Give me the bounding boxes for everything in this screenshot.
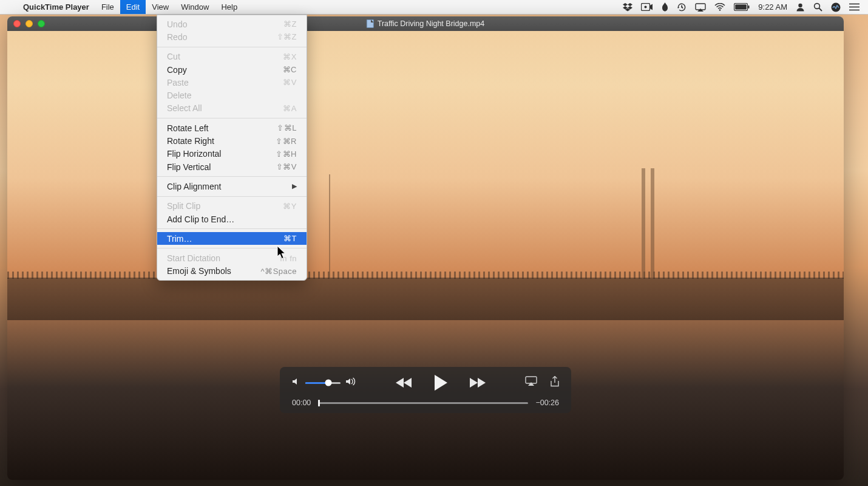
menu-item-shortcut: ⌘A <box>283 104 297 113</box>
svg-rect-6 <box>748 5 749 9</box>
volume-low-icon[interactable] <box>292 377 300 388</box>
menu-item-shortcut: fn fn <box>280 254 297 263</box>
menu-item-shortcut: ⌘Z <box>283 19 297 29</box>
quicktime-window: Traffic Driving Night Bridge.mp4 <box>7 16 844 480</box>
menu-item-shortcut: ⇧⌘L <box>277 123 297 132</box>
play-button[interactable] <box>433 374 448 391</box>
svg-point-3 <box>719 9 721 11</box>
menu-item-shortcut: ^⌘Space <box>261 267 297 276</box>
battery-icon[interactable] <box>734 3 750 11</box>
minimize-button[interactable] <box>25 20 33 27</box>
menu-item-paste: Paste⌘V <box>157 76 307 89</box>
menu-view[interactable]: View <box>146 0 175 14</box>
rewind-button[interactable] <box>396 377 413 389</box>
menu-item-shortcut: ⇧⌘V <box>276 162 297 171</box>
svg-line-9 <box>819 9 822 12</box>
menu-separator <box>157 228 307 229</box>
menu-item-split-clip: Split Clip⌘Y <box>157 200 307 213</box>
menu-item-label: Split Clip <box>167 201 200 211</box>
fast-forward-button[interactable] <box>469 377 486 389</box>
menu-item-rotate-right[interactable]: Rotate Right⇧⌘R <box>157 134 307 147</box>
siri-icon[interactable] <box>831 2 841 12</box>
menu-item-start-dictation: Start Dictationfn fn <box>157 252 307 264</box>
user-icon[interactable] <box>796 2 805 12</box>
menu-item-clip-alignment[interactable]: Clip Alignment▶ <box>157 180 307 193</box>
video-content <box>651 168 654 278</box>
menu-separator <box>157 248 307 248</box>
menu-item-label: Flip Horizontal <box>167 149 221 159</box>
menu-item-select-all: Select All⌘A <box>157 102 307 115</box>
titlebar[interactable]: Traffic Driving Night Bridge.mp4 <box>7 16 844 31</box>
time-remaining: −00:26 <box>535 399 559 407</box>
menu-item-label: Copy <box>167 65 187 75</box>
menu-item-add-clip-to-end[interactable]: Add Clip to End… <box>157 213 307 225</box>
menu-window[interactable]: Window <box>175 0 215 14</box>
menubar-clock[interactable]: 9:22 AM <box>758 2 787 12</box>
menu-file[interactable]: File <box>95 0 120 14</box>
video-content <box>7 278 844 320</box>
backblaze-icon[interactable] <box>662 2 668 12</box>
edit-menu-dropdown: Undo⌘ZRedo⇧⌘ZCut⌘XCopy⌘CPaste⌘VDeleteSel… <box>157 15 307 281</box>
menu-item-label: Delete <box>167 91 191 100</box>
camera-icon[interactable] <box>641 3 653 11</box>
menu-item-shortcut: ⇧⌘Z <box>277 32 297 41</box>
timemachine-icon[interactable] <box>677 2 687 12</box>
close-button[interactable] <box>13 20 21 27</box>
menu-separator <box>157 196 307 197</box>
menu-item-label: Undo <box>167 19 187 29</box>
window-controls <box>7 20 45 27</box>
menu-edit[interactable]: Edit <box>120 0 146 14</box>
timeline-scrubber[interactable] <box>318 402 528 404</box>
airplay-icon[interactable] <box>695 3 706 12</box>
menu-item-label: Rotate Left <box>167 123 209 133</box>
window-title-text: Traffic Driving Night Bridge.mp4 <box>378 19 484 28</box>
video-content <box>642 168 645 278</box>
menu-item-label: Select All <box>167 103 202 113</box>
menu-item-label: Rotate Right <box>167 136 214 146</box>
menu-separator <box>157 176 307 177</box>
zoom-button[interactable] <box>38 20 45 27</box>
menu-item-label: Paste <box>167 78 189 87</box>
notification-center-icon[interactable] <box>849 3 860 11</box>
menu-item-label: Add Clip to End… <box>167 214 234 224</box>
share-button[interactable] <box>551 376 559 389</box>
menu-item-shortcut: ⌘X <box>283 52 297 61</box>
video-content <box>329 174 330 278</box>
menu-item-copy[interactable]: Copy⌘C <box>157 63 307 76</box>
svg-point-1 <box>645 6 647 9</box>
menu-item-label: Clip Alignment <box>167 182 222 191</box>
menu-item-label: Redo <box>167 32 187 42</box>
menu-item-trim[interactable]: Trim…⌘T <box>157 232 307 245</box>
menu-item-label: Trim… <box>167 234 192 244</box>
macos-menubar: QuickTime Player File Edit View Window H… <box>0 0 868 15</box>
app-name[interactable]: QuickTime Player <box>17 2 95 12</box>
menu-item-emoji-symbols[interactable]: Emoji & Symbols^⌘Space <box>157 265 307 278</box>
menu-item-shortcut: ⇧⌘R <box>276 137 297 146</box>
menu-item-rotate-left[interactable]: Rotate Left⇧⌘L <box>157 122 307 134</box>
menu-item-label: Cut <box>167 52 180 61</box>
dropbox-icon[interactable] <box>623 3 632 12</box>
menu-item-flip-vertical[interactable]: Flip Vertical⇧⌘V <box>157 160 307 173</box>
submenu-arrow-icon: ▶ <box>292 182 297 190</box>
svg-point-7 <box>798 4 802 7</box>
menu-item-shortcut: ⇧⌘H <box>276 149 297 159</box>
window-title: Traffic Driving Night Bridge.mp4 <box>367 19 484 28</box>
document-icon <box>367 19 374 28</box>
menu-item-shortcut: ⌘T <box>283 234 297 243</box>
menu-item-label: Start Dictation <box>167 253 220 263</box>
volume-slider[interactable] <box>305 382 341 384</box>
menu-item-shortcut: ⌘C <box>283 65 297 74</box>
menu-item-undo: Undo⌘Z <box>157 18 307 30</box>
menu-help[interactable]: Help <box>215 0 243 14</box>
svg-rect-5 <box>735 4 747 10</box>
spotlight-icon[interactable] <box>813 2 822 12</box>
menu-item-label: Flip Vertical <box>167 162 211 172</box>
menu-item-flip-horizontal[interactable]: Flip Horizontal⇧⌘H <box>157 148 307 160</box>
svg-point-8 <box>815 4 820 9</box>
menu-item-label: Emoji & Symbols <box>167 266 231 276</box>
menu-item-shortcut: ⌘V <box>283 78 297 87</box>
volume-high-icon[interactable] <box>345 377 356 388</box>
wifi-icon[interactable] <box>714 3 725 11</box>
volume-control <box>292 377 356 388</box>
airplay-button[interactable] <box>525 376 537 389</box>
